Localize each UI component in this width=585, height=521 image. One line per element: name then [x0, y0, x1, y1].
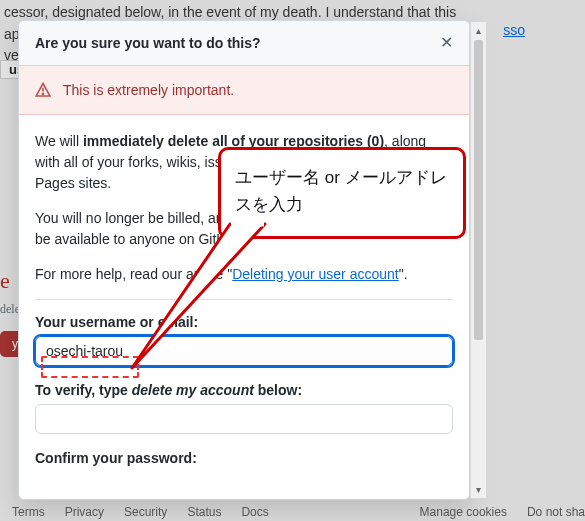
modal-title: Are you sure you want to do this? — [35, 35, 261, 51]
scrollbar-thumb[interactable] — [474, 40, 483, 340]
annotation-callout: ユーザー名 or メールアドレスを入力 — [218, 147, 466, 239]
delete-explain-3: For more help, read our article "Deletin… — [35, 264, 453, 285]
modal-scrollbar[interactable]: ▴ ▾ — [470, 21, 487, 499]
password-field: Confirm your password: — [35, 450, 453, 466]
t: We will — [35, 133, 83, 149]
footer-link-security[interactable]: Security — [124, 505, 167, 519]
divider — [35, 299, 453, 300]
username-label: Your username or email: — [35, 314, 453, 330]
footer-link-status[interactable]: Status — [187, 505, 221, 519]
footer-link-cookies[interactable]: Manage cookies — [420, 505, 507, 519]
alert-triangle-icon — [35, 82, 51, 98]
verify-field: To verify, type delete my account below: — [35, 382, 453, 434]
confirm-delete-modal: ▴ ▾ Are you sure you want to do this? ✕ … — [18, 20, 470, 500]
site-footer: Terms Privacy Security Status Docs Manag… — [12, 505, 585, 519]
annotation-callout-text: ユーザー名 or メールアドレスを入力 — [235, 168, 447, 214]
t: below: — [254, 382, 302, 398]
warning-banner: This is extremely important. — [19, 66, 469, 115]
footer-link-privacy[interactable]: Privacy — [65, 505, 104, 519]
t: For more help, read our article " — [35, 266, 232, 282]
username-field: Your username or email: — [35, 314, 453, 366]
t: To verify, type — [35, 382, 132, 398]
footer-link-terms[interactable]: Terms — [12, 505, 45, 519]
verify-literal: delete my account — [132, 382, 254, 398]
bg-line2-link[interactable]: sso — [503, 20, 525, 42]
verify-label: To verify, type delete my account below: — [35, 382, 453, 398]
help-article-link[interactable]: Deleting your user account — [232, 266, 399, 282]
password-label: Confirm your password: — [35, 450, 453, 466]
scrollbar-up-icon[interactable]: ▴ — [471, 22, 486, 39]
warning-text: This is extremely important. — [63, 82, 234, 98]
footer-link-donotshare[interactable]: Do not sha — [527, 505, 585, 519]
username-input[interactable] — [35, 336, 453, 366]
verify-input[interactable] — [35, 404, 453, 434]
close-icon[interactable]: ✕ — [440, 35, 453, 51]
t: ". — [399, 266, 408, 282]
scrollbar-down-icon[interactable]: ▾ — [471, 481, 486, 498]
modal-header: Are you sure you want to do this? ✕ — [19, 21, 469, 66]
svg-point-1 — [42, 93, 43, 94]
footer-link-docs[interactable]: Docs — [241, 505, 268, 519]
